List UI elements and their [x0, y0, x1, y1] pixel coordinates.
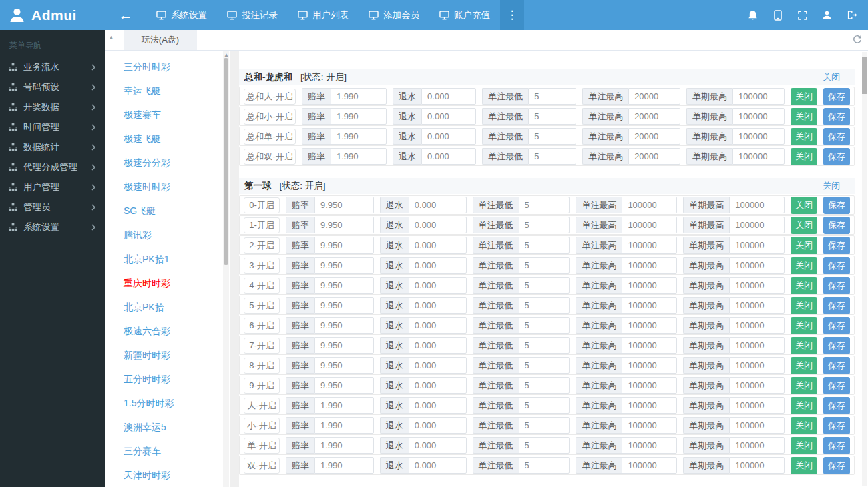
sidebar-item[interactable]: 号码预设 — [0, 77, 105, 97]
nav-menu-item[interactable]: 投注记录 — [217, 0, 288, 30]
play-item-toggle[interactable]: 大-开启 — [244, 398, 280, 414]
play-item-toggle[interactable]: 总和大-开启 — [244, 89, 296, 105]
close-button[interactable]: 关闭 — [791, 197, 817, 214]
lottery-item[interactable]: 天津时时彩 — [105, 464, 230, 487]
odds-input[interactable] — [331, 108, 387, 125]
bet-max-input[interactable] — [622, 237, 677, 254]
rebate-input[interactable] — [409, 457, 467, 474]
rebate-input[interactable] — [409, 237, 467, 254]
bet-min-input[interactable] — [519, 377, 570, 394]
odds-input[interactable] — [331, 148, 387, 165]
odds-input[interactable] — [314, 377, 374, 394]
play-item-toggle[interactable]: 1-开启 — [244, 217, 280, 233]
rebate-input[interactable] — [421, 148, 476, 165]
bet-min-input[interactable] — [519, 197, 570, 213]
scrollbar-up-icon[interactable]: ▲ — [224, 52, 229, 58]
lottery-item[interactable]: 极速时时彩 — [105, 175, 230, 199]
save-button[interactable]: 保存 — [823, 108, 850, 125]
period-max-input[interactable] — [729, 257, 785, 274]
odds-input[interactable] — [314, 297, 374, 314]
rebate-input[interactable] — [409, 417, 467, 434]
close-button[interactable]: 关闭 — [791, 437, 817, 454]
period-max-input[interactable] — [729, 397, 785, 414]
mobile-view-button[interactable] — [765, 0, 790, 30]
period-max-input[interactable] — [729, 337, 785, 354]
nav-menu-item[interactable]: 系统设置 — [146, 0, 217, 30]
bet-min-input[interactable] — [519, 417, 570, 434]
close-button[interactable]: 关闭 — [791, 277, 817, 294]
more-menu-button[interactable]: ⋮ — [500, 0, 524, 30]
bet-min-input[interactable] — [519, 397, 570, 414]
save-button[interactable]: 保存 — [823, 88, 850, 105]
odds-input[interactable] — [314, 337, 374, 354]
period-max-input[interactable] — [732, 108, 785, 125]
period-max-input[interactable] — [729, 237, 785, 254]
period-max-input[interactable] — [729, 217, 785, 233]
odds-input[interactable] — [314, 217, 374, 233]
save-button[interactable]: 保存 — [823, 417, 850, 434]
lottery-item[interactable]: 三分时时彩 — [105, 55, 230, 79]
close-button[interactable]: 关闭 — [791, 237, 817, 254]
bet-min-input[interactable] — [519, 237, 570, 254]
bet-min-input[interactable] — [528, 148, 576, 165]
notifications-button[interactable] — [740, 0, 765, 30]
close-button[interactable]: 关闭 — [791, 377, 817, 394]
bet-min-input[interactable] — [528, 88, 576, 105]
lottery-item[interactable]: 北京PK拾 — [105, 296, 230, 320]
period-max-input[interactable] — [732, 88, 785, 105]
lottery-scrollbar[interactable]: ▲ — [223, 51, 229, 487]
lottery-item[interactable]: 重庆时时彩 — [105, 272, 230, 296]
tab-scroll-up-icon[interactable]: ▲ — [108, 34, 114, 41]
sidebar-item[interactable]: 用户管理 — [0, 177, 105, 197]
main-scrollbar[interactable] — [862, 52, 867, 486]
odds-input[interactable] — [314, 457, 374, 474]
close-button[interactable]: 关闭 — [791, 297, 817, 314]
bet-min-input[interactable] — [519, 457, 570, 474]
play-item-toggle[interactable]: 双-开启 — [244, 458, 280, 474]
play-item-toggle[interactable]: 9-开启 — [244, 378, 280, 394]
close-button[interactable]: 关闭 — [791, 337, 817, 354]
period-max-input[interactable] — [729, 457, 785, 474]
rebate-input[interactable] — [421, 88, 476, 105]
refresh-icon[interactable] — [853, 35, 862, 44]
sidebar-item[interactable]: 数据统计 — [0, 137, 105, 157]
period-max-input[interactable] — [732, 148, 785, 165]
lottery-item[interactable]: 极速六合彩 — [105, 320, 230, 344]
rebate-input[interactable] — [409, 197, 467, 213]
play-item-toggle[interactable]: 2-开启 — [244, 237, 280, 254]
lottery-item[interactable]: 澳洲幸运5 — [105, 416, 230, 440]
bet-max-input[interactable] — [622, 277, 677, 294]
play-item-toggle[interactable]: 5-开启 — [244, 298, 280, 314]
odds-input[interactable] — [314, 357, 374, 374]
period-max-input[interactable] — [729, 197, 785, 213]
bet-min-input[interactable] — [519, 297, 570, 314]
logout-button[interactable] — [839, 0, 864, 30]
odds-input[interactable] — [331, 128, 387, 145]
bet-max-input[interactable] — [622, 317, 677, 334]
lottery-item[interactable]: SG飞艇 — [105, 199, 230, 223]
fullscreen-button[interactable] — [790, 0, 815, 30]
save-button[interactable]: 保存 — [823, 337, 850, 354]
save-button[interactable]: 保存 — [823, 257, 850, 274]
rebate-input[interactable] — [409, 377, 467, 394]
play-item-toggle[interactable]: 7-开启 — [244, 338, 280, 354]
period-max-input[interactable] — [729, 317, 785, 334]
lottery-item[interactable]: 极速分分彩 — [105, 151, 230, 175]
rebate-input[interactable] — [409, 217, 467, 233]
play-item-toggle[interactable]: 3-开启 — [244, 258, 280, 274]
nav-menu-item[interactable]: 用户列表 — [288, 0, 359, 30]
odds-input[interactable] — [314, 197, 374, 213]
bet-max-input[interactable] — [622, 417, 677, 434]
period-max-input[interactable] — [729, 297, 785, 314]
period-max-input[interactable] — [732, 128, 785, 145]
play-item-toggle[interactable]: 0-开启 — [244, 197, 280, 213]
odds-input[interactable] — [314, 417, 374, 434]
lottery-item[interactable]: 新疆时时彩 — [105, 344, 230, 368]
play-item-toggle[interactable]: 8-开启 — [244, 358, 280, 374]
bet-max-input[interactable] — [622, 437, 677, 454]
period-max-input[interactable] — [729, 437, 785, 454]
odds-input[interactable] — [331, 88, 387, 105]
play-item-toggle[interactable]: 小-开启 — [244, 418, 280, 434]
bet-max-input[interactable] — [622, 257, 677, 274]
lottery-item[interactable]: 极速赛车 — [105, 103, 230, 127]
